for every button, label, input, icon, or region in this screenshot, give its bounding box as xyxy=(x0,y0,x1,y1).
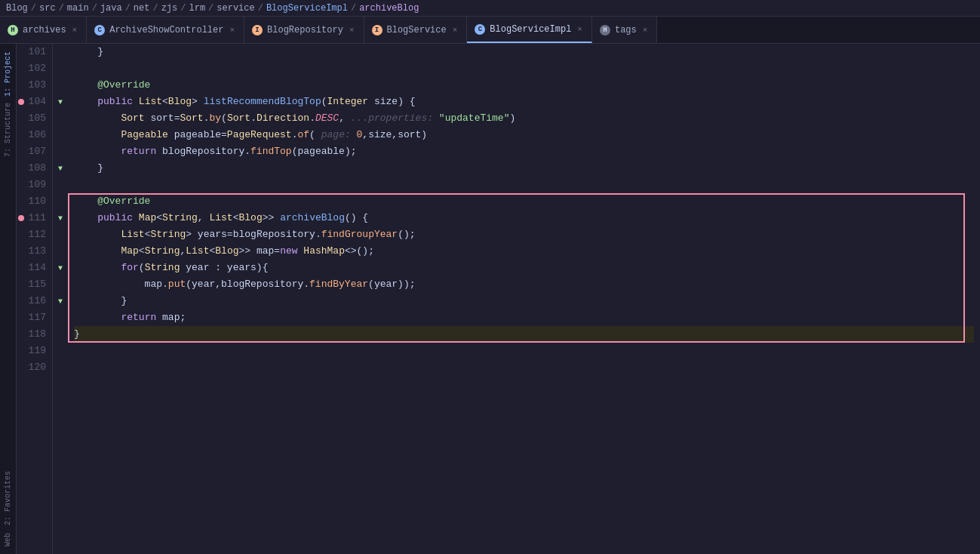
line-number-101: 101 xyxy=(23,44,46,60)
sidebar-item-favorites[interactable]: 2: Favorites xyxy=(2,468,14,528)
tab-blogrepository-label: BlogRepository xyxy=(267,25,343,35)
line-marker-111 xyxy=(18,215,24,221)
tabs-bar: H archives × C ArchiveShowController × I… xyxy=(0,17,980,44)
tab-tags-label: tags xyxy=(615,25,637,35)
code-lines[interactable]: } @Override public List<Blog> listRecomm… xyxy=(68,44,980,554)
line-number-106: 106 xyxy=(23,127,46,143)
line-number-107: 107 xyxy=(23,143,46,160)
code-line-107: return blogRepository.findTop(pageable); xyxy=(74,143,974,160)
tab-archives[interactable]: H archives × xyxy=(0,17,87,43)
line-number-118: 118 xyxy=(23,326,46,343)
line-number-112: 112 xyxy=(23,226,46,243)
line-number-102: 102 xyxy=(23,60,46,77)
fold-button-111[interactable]: ▼ xyxy=(58,214,63,223)
code-line-102 xyxy=(74,60,974,77)
tab-blogservice-label: BlogService xyxy=(387,25,447,35)
line-number-119: 119 xyxy=(23,343,46,359)
breadcrumb-lrm[interactable]: lrm xyxy=(189,3,205,14)
tab-archiveshowcontroller-label: ArchiveShowController xyxy=(109,25,223,35)
line-number-117: 117 xyxy=(23,309,46,326)
code-line-108: } xyxy=(74,160,974,177)
archives-icon: H xyxy=(8,25,18,35)
line-number-115: 115 xyxy=(23,276,46,293)
gutter-row-110 xyxy=(53,193,68,210)
fold-button-108[interactable]: ▼ xyxy=(58,165,63,173)
code-line-109 xyxy=(74,177,974,193)
code-line-120 xyxy=(74,359,974,376)
code-line-118: } xyxy=(74,326,974,343)
tab-tags-close[interactable]: × xyxy=(641,25,650,35)
tab-blogrepository-close[interactable]: × xyxy=(348,25,356,35)
breadcrumb-method[interactable]: archiveBlog xyxy=(359,3,419,14)
code-line-105: Sort sort=Sort.by(Sort.Direction.DESC, .… xyxy=(74,110,974,127)
breadcrumb-service[interactable]: service xyxy=(217,3,254,14)
blogserviceimpl-icon: C xyxy=(475,24,485,35)
code-line-111: public Map<String, List<Blog>> archiveBl… xyxy=(74,210,974,226)
code-line-101: } xyxy=(74,44,974,60)
gutter-row-113 xyxy=(53,243,68,260)
breadcrumb-src[interactable]: src xyxy=(39,3,56,14)
line-number-108: 108 xyxy=(23,160,46,177)
gutter-row-118 xyxy=(53,326,68,343)
breadcrumb-zjs[interactable]: zjs xyxy=(161,3,178,14)
gutter-row-101 xyxy=(53,44,68,60)
fold-button-104[interactable]: ▼ xyxy=(58,98,63,106)
code-line-112: List<String> years=blogRepository.findGr… xyxy=(74,226,974,243)
gutter-icons: ▼▼▼▼▼ xyxy=(53,44,68,554)
line-number-105: 105 xyxy=(23,110,46,127)
code-line-115: map.put(year,blogRepository.findByYear(y… xyxy=(74,276,974,293)
gutter-row-116: ▼ xyxy=(53,293,68,309)
tab-tags[interactable]: H tags × xyxy=(592,17,657,43)
gutter-row-114: ▼ xyxy=(53,260,68,276)
fold-button-114[interactable]: ▼ xyxy=(58,264,63,272)
line-number-103: 103 xyxy=(23,77,46,94)
gutter-row-106 xyxy=(53,127,68,143)
code-line-104: public List<Blog> listRecommendBlogTop(I… xyxy=(74,94,974,110)
fold-button-116[interactable]: ▼ xyxy=(58,297,63,306)
line-number-116: 116 xyxy=(23,293,46,309)
blogservice-icon: I xyxy=(372,25,382,35)
breadcrumb-file[interactable]: BlogServiceImpl xyxy=(266,3,348,14)
code-line-106: Pageable pageable=PageRequest.of( page: … xyxy=(74,127,974,143)
line-number-111: 111 xyxy=(23,210,46,226)
code-line-110: @Override xyxy=(74,193,974,210)
tab-archiveshowcontroller[interactable]: C ArchiveShowController × xyxy=(87,17,244,43)
breadcrumb-main[interactable]: main xyxy=(67,3,89,14)
tab-blogservice-close[interactable]: × xyxy=(451,25,459,35)
line-number-120: 120 xyxy=(23,359,46,376)
line-number-104: 104 xyxy=(23,94,46,110)
code-line-117: return map; xyxy=(74,309,974,326)
line-numbers: 1011021031041051061071081091101111121131… xyxy=(17,44,53,554)
sidebar-item-web[interactable]: Web xyxy=(2,530,14,549)
sidebar-item-structure[interactable]: 7: Structure xyxy=(2,100,14,160)
line-number-109: 109 xyxy=(23,177,46,193)
gutter-row-109 xyxy=(53,177,68,193)
tab-blogservice[interactable]: I BlogService × xyxy=(364,17,468,43)
tab-blogserviceimpl-close[interactable]: × xyxy=(576,24,584,35)
tags-icon: H xyxy=(600,25,610,35)
code-container: 1011021031041051061071081091101111121131… xyxy=(17,44,980,554)
gutter-row-102 xyxy=(53,60,68,77)
line-number-110: 110 xyxy=(23,193,46,210)
blogrepository-icon: I xyxy=(252,25,263,35)
code-line-116: } xyxy=(74,293,974,309)
code-line-103: @Override xyxy=(74,77,974,94)
breadcrumb-net[interactable]: net xyxy=(134,3,150,14)
sidebar-item-project[interactable]: 1: Project xyxy=(2,48,14,100)
tab-archiveshowcontroller-close[interactable]: × xyxy=(228,25,236,35)
breadcrumb-java[interactable]: java xyxy=(100,3,122,14)
breadcrumb: Blog / src / main / java / net / zjs / l… xyxy=(0,0,980,17)
gutter-row-107 xyxy=(53,143,68,160)
line-number-113: 113 xyxy=(23,243,46,260)
code-line-114: for(String year : years){ xyxy=(74,260,974,276)
code-line-119 xyxy=(74,343,974,359)
breadcrumb-blog[interactable]: Blog xyxy=(6,3,28,14)
gutter-row-111: ▼ xyxy=(53,210,68,226)
gutter-row-115 xyxy=(53,276,68,293)
tab-archives-label: archives xyxy=(23,25,66,35)
tab-blogserviceimpl[interactable]: C BlogServiceImpl × xyxy=(467,17,592,43)
main-layout: 1: Project 7: Structure 2: Favorites Web… xyxy=(0,44,980,554)
tab-blogrepository[interactable]: I BlogRepository × xyxy=(244,17,364,43)
tab-archives-close[interactable]: × xyxy=(71,25,79,35)
code-line-113: Map<String,List<Blog>> map=new HashMap<>… xyxy=(74,243,974,260)
